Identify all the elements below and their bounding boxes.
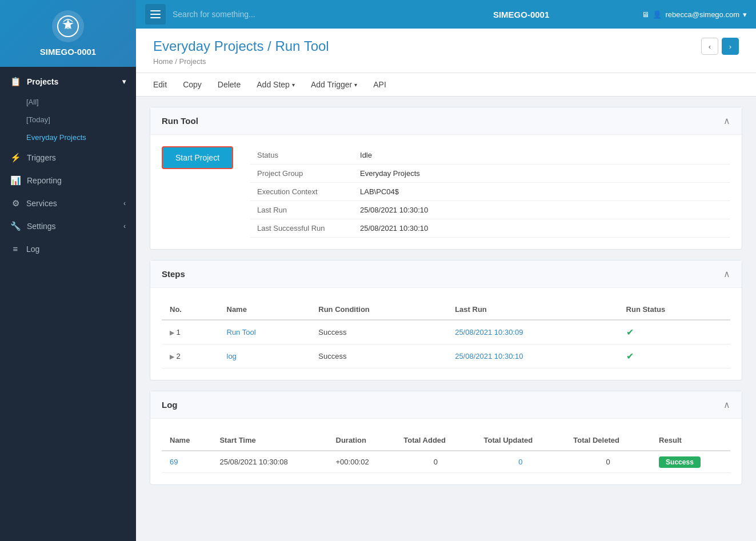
col-no: No. — [162, 299, 219, 320]
step-last-run-2[interactable]: 25/08/2021 10:30:10 — [447, 344, 618, 368]
log-card-title: Log — [162, 400, 178, 410]
step-last-run-1[interactable]: 25/08/2021 10:30:09 — [447, 320, 618, 344]
success-badge: Success — [659, 456, 701, 468]
breadcrumb-sep1: / — [175, 57, 179, 66]
status-value: Idle — [353, 146, 730, 165]
projects-icon: 📋 — [10, 77, 21, 87]
steps-card-title: Steps — [162, 269, 185, 279]
log-table: Name Start Time Duration Total Added Tot… — [162, 430, 730, 473]
page-nav-buttons: ‹ › — [701, 38, 739, 55]
sidebar-item-triggers-label: Triggers — [27, 153, 56, 162]
page-title-row: Everyday Projects / Run Tool ‹ › — [153, 38, 739, 55]
table-row: Last Successful Run 25/08/2021 10:30:10 — [250, 219, 730, 238]
steps-card-body: No. Name Run Condition Last Run Run Stat… — [150, 288, 742, 380]
add-step-label: Add Step — [257, 80, 290, 89]
monitor-icon: 🖥 — [642, 10, 649, 19]
add-step-arrow-icon: ▾ — [292, 82, 295, 88]
table-row: ▶ 2 log Success 25/08/2021 10:30:10 ✔ — [162, 344, 730, 368]
log-duration-1: +00:00:02 — [328, 451, 396, 473]
edit-button[interactable]: Edit — [153, 80, 167, 89]
col-name: Name — [219, 299, 311, 320]
breadcrumb: Home / Projects — [153, 55, 739, 73]
table-row: 69 25/08/2021 10:30:08 +00:00:02 0 0 0 S… — [162, 451, 730, 473]
last-run-label: Last Run — [250, 201, 353, 219]
topbar-app-name: SIMEGO-0001 — [407, 10, 635, 19]
log-card: Log ∧ Name Start Time Duration Total Add… — [150, 391, 742, 485]
sidebar-item-triggers[interactable]: ⚡ Triggers — [0, 146, 136, 169]
sidebar-item-services-label: Services — [26, 199, 57, 208]
table-row: Execution Context LAB\PC04$ — [250, 183, 730, 201]
prev-page-button[interactable]: ‹ — [701, 38, 718, 55]
log-collapse-button[interactable]: ∧ — [723, 399, 730, 410]
svg-point-1 — [65, 23, 71, 29]
log-total-updated-1: 0 — [476, 451, 566, 473]
step-name-2[interactable]: log — [219, 344, 311, 368]
logo-icon — [52, 10, 84, 42]
breadcrumb-projects[interactable]: Projects — [179, 57, 206, 66]
breadcrumb-home[interactable]: Home — [153, 57, 173, 66]
menu-button[interactable] — [145, 4, 166, 25]
sidebar-sub-all[interactable]: [All] — [0, 93, 136, 111]
sidebar-item-reporting-label: Reporting — [27, 176, 62, 185]
copy-button[interactable]: Copy — [183, 80, 202, 89]
step-status-2: ✔ — [618, 344, 730, 368]
svg-rect-2 — [150, 10, 161, 11]
sidebar-item-settings[interactable]: 🔧 Settings ‹ — [0, 215, 136, 238]
run-tool-card-header: Run Tool ∧ — [150, 107, 742, 135]
sidebar-sub-today[interactable]: [Today] — [0, 111, 136, 129]
execution-context-value[interactable]: LAB\PC04$ — [353, 183, 730, 201]
page-title: Everyday Projects / Run Tool — [153, 38, 329, 54]
col-run-status: Run Status — [618, 299, 730, 320]
log-total-deleted-1: 0 — [565, 451, 651, 473]
user-info[interactable]: 🖥 👤 rebecca@simego.com ▾ — [642, 10, 747, 19]
col-run-condition: Run Condition — [310, 299, 447, 320]
sidebar-item-services[interactable]: ⚙ Services ‹ — [0, 192, 136, 215]
sidebar-item-settings-label: Settings — [27, 222, 56, 231]
services-icon: ⚙ — [10, 198, 21, 209]
page-header: Everyday Projects / Run Tool ‹ › Home / … — [136, 29, 756, 73]
step-condition-2: Success — [310, 344, 447, 368]
add-trigger-dropdown[interactable]: Add Trigger ▾ — [311, 80, 357, 89]
next-page-button[interactable]: › — [722, 38, 739, 55]
settings-icon: 🔧 — [10, 221, 21, 231]
sidebar-item-log-label: Log — [26, 245, 39, 254]
nav-section: 📋 Projects ▾ [All] [Today] Everyday Proj… — [0, 67, 136, 263]
content: Everyday Projects / Run Tool ‹ › Home / … — [136, 29, 756, 541]
log-name-1[interactable]: 69 — [162, 451, 211, 473]
log-table-header: Name Start Time Duration Total Added Tot… — [162, 430, 730, 451]
reporting-icon: 📊 — [10, 175, 21, 186]
last-run-value: 25/08/2021 10:30:10 — [353, 201, 730, 219]
step-name-1[interactable]: Run Tool — [219, 320, 311, 344]
sidebar-item-log[interactable]: ≡ Log — [0, 238, 136, 260]
run-tool-collapse-button[interactable]: ∧ — [723, 115, 730, 126]
sidebar-sub-everyday[interactable]: Everyday Projects — [0, 129, 136, 146]
steps-table-header: No. Name Run Condition Last Run Run Stat… — [162, 299, 730, 320]
execution-context-label: Execution Context — [250, 183, 353, 201]
triggers-icon: ⚡ — [10, 153, 21, 163]
step-status-1: ✔ — [618, 320, 730, 344]
user-icon: 👤 — [653, 10, 662, 19]
status-label: Status — [250, 146, 353, 165]
run-tool-body: Start Project Status Idle Project Group … — [150, 135, 742, 249]
success-check-2-icon: ✔ — [626, 351, 634, 361]
add-step-dropdown[interactable]: Add Step ▾ — [257, 80, 295, 89]
services-arrow-icon: ‹ — [123, 199, 126, 207]
steps-collapse-button[interactable]: ∧ — [723, 269, 730, 279]
project-group-label: Project Group — [250, 165, 353, 183]
expand-arrow-1-icon[interactable]: ▶ — [170, 329, 174, 336]
project-group-value[interactable]: Everyday Projects — [353, 165, 730, 183]
table-row: ▶ 1 Run Tool Success 25/08/2021 10:30:09… — [162, 320, 730, 344]
start-project-button[interactable]: Start Project — [162, 146, 233, 169]
log-col-total-updated: Total Updated — [476, 430, 566, 451]
sidebar-item-projects[interactable]: 📋 Projects ▾ — [0, 70, 136, 93]
log-col-result: Result — [651, 430, 730, 451]
user-email: rebecca@simego.com — [665, 10, 739, 19]
log-col-duration: Duration — [328, 430, 396, 451]
delete-button[interactable]: Delete — [218, 80, 241, 89]
projects-arrow-icon: ▾ — [122, 78, 126, 86]
sidebar-item-reporting[interactable]: 📊 Reporting — [0, 169, 136, 192]
expand-arrow-2-icon[interactable]: ▶ — [170, 353, 174, 360]
api-button[interactable]: API — [373, 80, 386, 89]
search-input[interactable] — [173, 10, 401, 19]
main-wrapper: SIMEGO-0001 🖥 👤 rebecca@simego.com ▾ Eve… — [136, 0, 756, 541]
